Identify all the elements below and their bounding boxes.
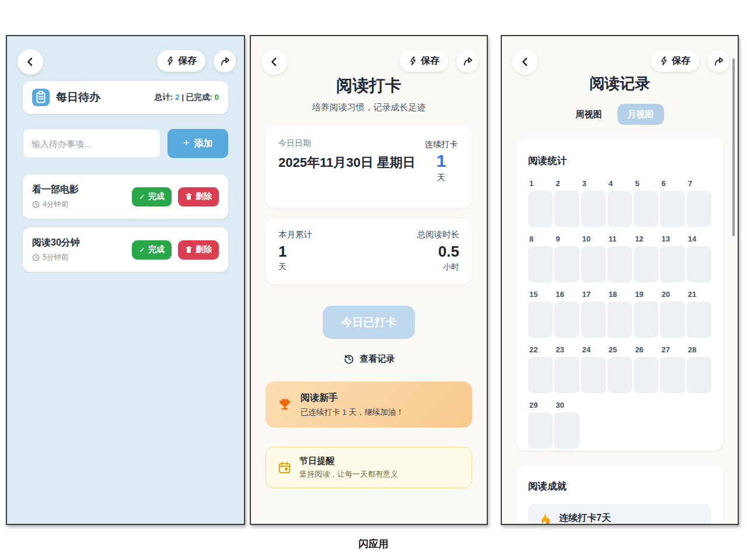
- day-box: [528, 412, 553, 449]
- chevron-left-icon: [268, 56, 280, 68]
- day-box: [528, 302, 553, 338]
- day-box: [634, 357, 658, 393]
- todo-item-time: 5分钟前: [32, 253, 132, 262]
- stats-separator: |: [181, 93, 184, 102]
- todo-input[interactable]: [23, 129, 160, 158]
- save-label: 保存: [178, 55, 197, 67]
- day-number: 3: [582, 179, 606, 188]
- total-label: 总计:: [155, 93, 173, 102]
- day-number: 5: [635, 179, 658, 188]
- calendar-day: 19: [634, 290, 658, 338]
- share-button[interactable]: [456, 50, 479, 72]
- day-box: [581, 191, 606, 227]
- reading-time-value: 0.5: [417, 243, 460, 261]
- calendar-day: 26: [634, 345, 658, 393]
- flash-icon: [409, 56, 417, 66]
- back-button[interactable]: [261, 49, 287, 75]
- day-number: 11: [609, 235, 632, 243]
- view-tabs: 周视图 月视图: [502, 104, 738, 125]
- day-box: [554, 357, 579, 393]
- month-total-block: 本月累计 1 天: [278, 229, 312, 274]
- day-box: [687, 246, 711, 282]
- scrollbar-thumb[interactable]: [732, 58, 735, 236]
- back-button[interactable]: [18, 49, 43, 75]
- streak-unit: 天: [423, 172, 459, 184]
- screenshot-stage: 保存 每日待办 总计: 2 | 已完成: 0: [0, 0, 747, 560]
- day-box: [660, 357, 685, 393]
- day-box: [554, 412, 579, 449]
- day-number: 30: [556, 401, 579, 410]
- share-arrow-icon: [713, 56, 724, 67]
- achievement-item-texts: 连续打卡7天 养成阅读习惯: [559, 512, 611, 525]
- calendar-day: 9: [554, 235, 579, 282]
- checkin-app-panel: 保存 阅读打卡 培养阅读习惯，记录成长足迹 今日日期 2025年11月30日 星…: [250, 35, 488, 525]
- flash-icon: [166, 56, 174, 66]
- save-button[interactable]: 保存: [157, 50, 205, 72]
- day-number: 21: [688, 290, 711, 299]
- day-number: 20: [661, 290, 685, 299]
- clock-icon: [32, 254, 40, 261]
- clock-icon: [32, 201, 40, 208]
- save-button[interactable]: 保存: [651, 50, 699, 72]
- add-todo-button[interactable]: + 添加: [167, 129, 228, 158]
- day-number: 28: [688, 345, 711, 354]
- trash-icon: [185, 192, 193, 201]
- complete-button[interactable]: ✓完成: [132, 240, 172, 260]
- todo-header-card: 每日待办 总计: 2 | 已完成: 0: [23, 81, 228, 114]
- save-label: 保存: [672, 55, 690, 67]
- calendar-day: 4: [608, 179, 632, 227]
- day-box: [528, 191, 553, 227]
- delete-label: 删除: [196, 244, 212, 255]
- calendar-day: 21: [687, 290, 711, 338]
- streak-label: 连续打卡: [423, 138, 459, 150]
- tab-week-view[interactable]: 周视图: [576, 109, 602, 120]
- checkin-button[interactable]: 今日已打卡: [323, 306, 415, 339]
- todo-item-time-label: 5分钟前: [43, 253, 68, 262]
- day-number: 27: [661, 345, 685, 354]
- view-records-link[interactable]: 查看记录: [251, 353, 487, 365]
- day-number: 26: [635, 345, 658, 354]
- share-button[interactable]: [707, 50, 729, 72]
- day-box: [608, 191, 632, 227]
- calendar-day: 23: [554, 345, 579, 393]
- todo-item-time: 4分钟前: [32, 200, 132, 209]
- calendar-day: 1: [528, 179, 553, 227]
- day-number: 4: [609, 179, 632, 188]
- tab-month-view[interactable]: 月视图: [617, 104, 664, 125]
- month-stats-card: 本月累计 1 天 总阅读时长 0.5 小时: [266, 219, 472, 284]
- complete-button[interactable]: ✓完成: [132, 187, 172, 206]
- reading-achievements-title: 阅读成就: [528, 480, 711, 493]
- reading-time-block: 总阅读时长 0.5 小时: [417, 229, 460, 274]
- plus-icon: +: [183, 136, 189, 149]
- calendar-day: 20: [660, 290, 685, 338]
- day-box: [634, 302, 658, 338]
- back-button[interactable]: [512, 49, 538, 75]
- share-button[interactable]: [214, 50, 236, 72]
- day-box: [660, 191, 685, 227]
- todo-item-time-label: 4分钟前: [43, 200, 68, 209]
- day-number: 24: [582, 345, 606, 354]
- calendar-day: 3: [581, 179, 606, 227]
- day-number: 13: [661, 235, 685, 243]
- save-button[interactable]: 保存: [400, 50, 448, 72]
- delete-button[interactable]: 删除: [178, 240, 219, 260]
- day-box: [528, 246, 553, 282]
- todo-item: 看一部电影 4分钟前 ✓完成 删除: [23, 174, 228, 219]
- calendar-day: 24: [581, 345, 606, 393]
- day-number: 1: [529, 179, 553, 188]
- day-box: [687, 302, 711, 338]
- day-box: [528, 357, 553, 393]
- delete-button[interactable]: 删除: [178, 187, 219, 206]
- month-total-label: 本月累计: [278, 229, 312, 240]
- day-number: 19: [635, 290, 658, 299]
- streak-value: 1: [423, 150, 459, 172]
- achievement-title: 阅读新手: [301, 392, 404, 404]
- todo-topbar: 保存: [7, 36, 244, 77]
- festival-desc: 坚持阅读，让每一天都有意义: [299, 469, 398, 480]
- achievement-item: 连续打卡7天 养成阅读习惯: [528, 504, 711, 525]
- day-box: [608, 357, 632, 393]
- page-subtitle: 培养阅读习惯，记录成长足迹: [251, 102, 487, 113]
- day-number: 29: [529, 401, 553, 410]
- calendar-day: 12: [634, 235, 658, 282]
- day-box: [554, 191, 579, 227]
